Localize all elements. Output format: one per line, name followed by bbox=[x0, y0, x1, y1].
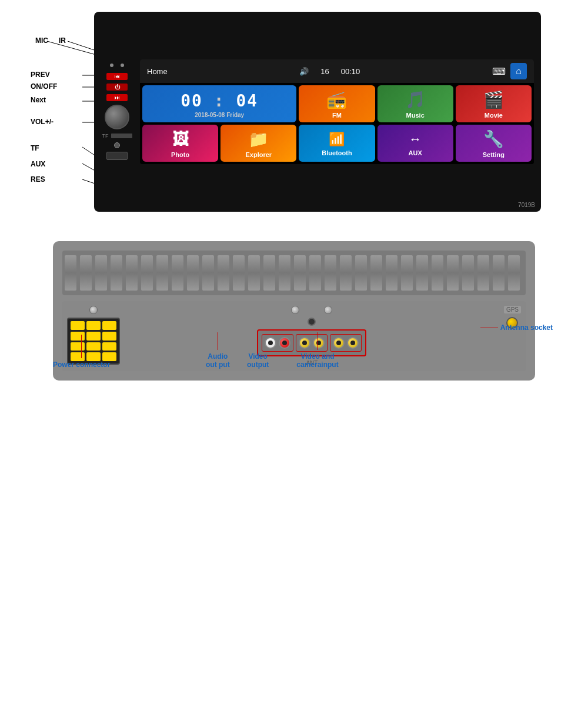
setting-icon: 🔧 bbox=[483, 129, 504, 149]
pin bbox=[102, 342, 116, 351]
fin bbox=[401, 255, 413, 291]
video-in-rca bbox=[347, 337, 359, 349]
explorer-icon: 📁 bbox=[248, 129, 269, 149]
ant-label: ANT bbox=[306, 360, 318, 366]
prev-label: PREV bbox=[31, 71, 50, 79]
fin bbox=[80, 255, 92, 291]
fin bbox=[386, 255, 397, 291]
video-out-rca2 bbox=[313, 337, 325, 349]
rear-aux-port bbox=[308, 318, 316, 326]
bluetooth-status-icon: ⌨ bbox=[492, 66, 506, 77]
tf-label: TF bbox=[31, 144, 39, 152]
fin bbox=[325, 255, 336, 291]
pin bbox=[86, 342, 101, 351]
volume-icon: 🔊 bbox=[299, 67, 309, 76]
fin bbox=[95, 255, 107, 291]
clock-tile[interactable]: 00 : 04 2018-05-08 Friday bbox=[142, 85, 296, 122]
clock-time: 00:10 bbox=[341, 67, 360, 76]
front-labels: MIC IR PREV bbox=[29, 12, 88, 212]
ir-label: IR bbox=[59, 36, 66, 45]
rca-center bbox=[350, 341, 355, 345]
video-out-rca bbox=[299, 337, 310, 349]
clock-minutes: 04 bbox=[236, 91, 258, 111]
status-bar-left: Home bbox=[147, 67, 168, 76]
fin bbox=[156, 255, 168, 291]
music-label: Music bbox=[406, 112, 425, 119]
fin bbox=[493, 255, 505, 291]
fin bbox=[65, 255, 76, 291]
fin bbox=[126, 255, 138, 291]
fin bbox=[340, 255, 352, 291]
power-connector bbox=[67, 318, 120, 365]
video-camera-rca-row bbox=[333, 337, 359, 349]
svg-line-0 bbox=[47, 41, 100, 56]
power-connector-area bbox=[67, 306, 120, 365]
rca-center bbox=[282, 341, 287, 345]
rear-panel-section: ANT GPS Power connector Audioout put Vid… bbox=[29, 241, 559, 381]
rear-unit: ANT GPS bbox=[53, 241, 535, 381]
gps-label: GPS bbox=[504, 306, 521, 313]
left-button-panel: ⏮ ⏻ ⏭ TF bbox=[99, 61, 140, 162]
tf-row: TF bbox=[102, 133, 132, 139]
explorer-label: Explorer bbox=[245, 151, 272, 158]
bluetooth-tile[interactable]: 📶 Bluetooth bbox=[299, 125, 375, 162]
antenna-section: GPS bbox=[504, 306, 521, 329]
pin bbox=[102, 352, 116, 361]
explorer-tile[interactable]: 📁 Explorer bbox=[220, 125, 296, 162]
res-button[interactable] bbox=[106, 152, 128, 160]
fin bbox=[218, 255, 229, 291]
music-icon: 🎵 bbox=[405, 90, 426, 109]
screws-row bbox=[291, 306, 332, 314]
pin bbox=[86, 332, 101, 341]
aux-tile[interactable]: ↔ AUX bbox=[377, 125, 453, 162]
mic-label: MIC bbox=[35, 36, 48, 45]
audio-out-rca-row bbox=[265, 337, 290, 349]
aux-label: AUX bbox=[31, 160, 45, 168]
rear-center-ports: ANT bbox=[126, 306, 498, 366]
fin bbox=[477, 255, 489, 291]
audio-out-right-rca bbox=[279, 337, 290, 349]
fin bbox=[370, 255, 382, 291]
fin bbox=[248, 255, 260, 291]
movie-tile[interactable]: 🎬 Movie bbox=[456, 85, 532, 122]
fin bbox=[172, 255, 183, 291]
clock-hours: 00 bbox=[181, 91, 203, 111]
prev-button[interactable]: ⏮ bbox=[106, 73, 128, 80]
fin bbox=[202, 255, 214, 291]
rca-ports-section bbox=[257, 329, 366, 356]
pin bbox=[71, 321, 85, 330]
bluetooth-icon: 📶 bbox=[329, 132, 345, 147]
next-button[interactable]: ⏭ bbox=[106, 94, 128, 101]
pin bbox=[71, 352, 85, 361]
clock-display: 00 : 04 bbox=[181, 91, 258, 111]
photo-label: Photo bbox=[171, 151, 189, 158]
fin bbox=[111, 255, 122, 291]
fin bbox=[447, 255, 459, 291]
music-tile[interactable]: 🎵 Music bbox=[377, 85, 453, 122]
onoff-button[interactable]: ⏻ bbox=[106, 84, 128, 91]
video-out-rca-row bbox=[299, 337, 325, 349]
onoff-label: ON/OFF bbox=[31, 82, 57, 91]
vol-label: VOL+/- bbox=[31, 118, 54, 126]
tf-card-slot bbox=[111, 134, 132, 138]
home-icon: ⌂ bbox=[516, 66, 522, 76]
rca-center bbox=[316, 341, 321, 345]
volume-knob[interactable] bbox=[105, 105, 129, 129]
photo-tile[interactable]: 🖼 Photo bbox=[142, 125, 218, 162]
rca-center bbox=[302, 341, 307, 345]
aux-icon: ↔ bbox=[409, 132, 422, 147]
fin bbox=[279, 255, 290, 291]
home-button[interactable]: ⌂ bbox=[510, 63, 527, 79]
pin bbox=[71, 332, 85, 341]
fm-icon: 📻 bbox=[326, 90, 347, 109]
fin bbox=[355, 255, 367, 291]
screw-top-right bbox=[324, 306, 332, 314]
aux-tile-label: AUX bbox=[409, 149, 422, 156]
pin bbox=[71, 342, 85, 351]
ir-port bbox=[121, 64, 124, 67]
setting-tile[interactable]: 🔧 Setting bbox=[456, 125, 532, 162]
fm-tile[interactable]: 📻 FM bbox=[299, 85, 375, 122]
fin bbox=[432, 255, 443, 291]
fin bbox=[508, 255, 520, 291]
res-label: RES bbox=[31, 175, 45, 183]
